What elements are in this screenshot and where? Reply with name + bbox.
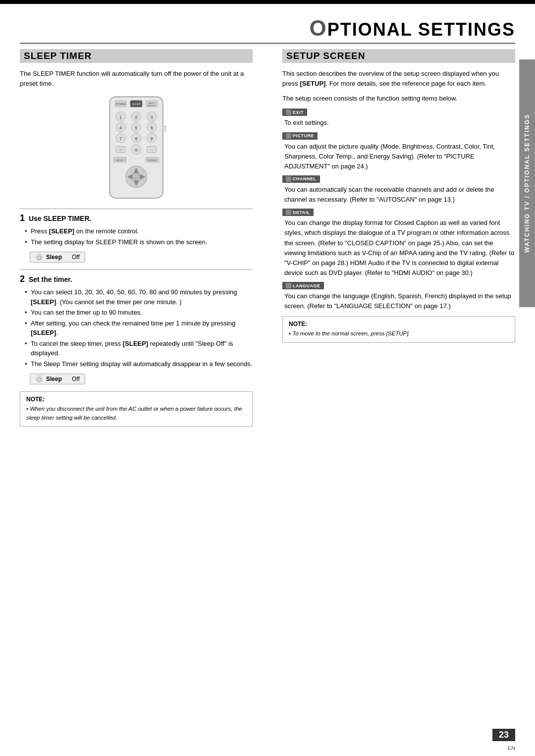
detail-badge: DETAIL xyxy=(282,209,314,216)
language-badge: LANGUAGE xyxy=(282,282,324,289)
setup-screen-note: NOTE: • To move to the normal screen, pr… xyxy=(282,316,515,342)
step-1-label: Use SLEEP TIMER. xyxy=(29,215,92,222)
svg-text:POWER: POWER xyxy=(116,103,126,106)
remote-image-container: POWER SLEEP INPUT SELECT 1 2 3 4 5 xyxy=(20,94,253,201)
svg-text:5: 5 xyxy=(135,125,138,130)
page-title: OPTIONAL SETTINGS xyxy=(309,19,515,40)
menu-item-channel: CHANNEL You can automatically scan the r… xyxy=(282,175,515,205)
svg-text:SCREEN: SCREEN xyxy=(148,159,157,162)
svg-point-38 xyxy=(132,172,140,181)
exit-description: To exit settings. xyxy=(282,118,515,128)
svg-text:SETUP: SETUP xyxy=(116,159,123,162)
detail-icon xyxy=(286,210,291,215)
sleep-badge-container: ◌ Sleep Off xyxy=(25,250,253,265)
sleep-display-badge: ◌ Sleep Off xyxy=(30,252,85,263)
exit-badge: EXIT xyxy=(282,108,307,116)
title-first-letter: O xyxy=(309,16,327,40)
setup-note-title: NOTE: xyxy=(289,321,509,327)
title-rest: PTIONAL SETTINGS xyxy=(327,19,515,40)
step-1-bullets: Press [SLEEP] on the remote control. The… xyxy=(20,226,253,247)
sleep-badge-text: Sleep xyxy=(46,254,62,261)
list-item: The setting display for SLEEP TIMER is s… xyxy=(25,237,253,247)
sleep-icon: ◌ xyxy=(35,253,43,261)
menu-item-language: LANGUAGE You can change the language (En… xyxy=(282,282,515,311)
channel-description: You can automatically scan the receivabl… xyxy=(282,185,515,205)
page-lang: EN xyxy=(508,745,515,751)
picture-icon xyxy=(286,133,291,139)
svg-text:8: 8 xyxy=(135,136,138,141)
page-number: 23 xyxy=(492,729,515,741)
menu-item-detail: DETAIL You can change the display format… xyxy=(282,209,515,278)
svg-text:1: 1 xyxy=(119,115,122,120)
step-2-number: 2 xyxy=(20,274,25,284)
svg-text:···: ··· xyxy=(150,148,153,152)
list-item: To cancel the sleep timer, press [SLEEP]… xyxy=(25,339,253,358)
svg-text:6: 6 xyxy=(151,125,153,130)
svg-text:4: 4 xyxy=(119,125,122,130)
channel-badge: CHANNEL xyxy=(282,175,320,183)
svg-text:0: 0 xyxy=(135,148,138,153)
svg-text:2: 2 xyxy=(135,115,138,120)
language-icon xyxy=(286,283,291,288)
sleep-icon-2: ◌ xyxy=(35,375,43,383)
header-underline xyxy=(20,43,515,44)
exit-icon xyxy=(286,109,291,115)
remote-control-image: POWER SLEEP INPUT SELECT 1 2 3 4 5 xyxy=(102,94,171,201)
page-number-bar: 23 xyxy=(492,729,515,741)
picture-badge: PICTURE xyxy=(282,132,318,140)
content-area: SLEEP TIMER The SLEEP TIMER function wil… xyxy=(0,49,535,427)
svg-text:9: 9 xyxy=(151,136,153,141)
page-container: OPTIONAL SETTINGS SLEEP TIMER The SLEEP … xyxy=(0,0,535,756)
list-item: You can set the timer up to 90 minutes. xyxy=(25,308,253,318)
svg-text:3: 3 xyxy=(151,115,153,120)
sleep-timer-note: NOTE: • When you disconnect the unit fro… xyxy=(20,391,253,427)
sleep-timer-note-title: NOTE: xyxy=(26,396,246,403)
list-item: After setting, you can check the remaine… xyxy=(25,319,253,338)
page-title-container: OPTIONAL SETTINGS xyxy=(20,9,515,41)
language-description: You can change the language (English, Sp… xyxy=(282,291,515,311)
svg-text:AUDIO: AUDIO xyxy=(164,125,166,132)
list-item: Press [SLEEP] on the remote control. xyxy=(25,226,253,236)
step-1-number: 1 xyxy=(20,213,25,223)
sleep-badge-container-2: ◌ Sleep Off xyxy=(25,372,253,386)
setup-screen-title: SETUP SCREEN xyxy=(286,51,365,61)
step-2-bullets: You can select 10, 20, 30, 40, 50, 60, 7… xyxy=(20,287,253,369)
picture-description: You can adjust the picture quality (Mode… xyxy=(282,142,515,171)
sleep-badge-text-2: Sleep xyxy=(46,376,62,382)
page-header: OPTIONAL SETTINGS xyxy=(0,0,535,44)
step-2: 2 Set the timer. You can select 10, 20, … xyxy=(20,270,253,386)
setup-screen-section-header: SETUP SCREEN xyxy=(282,49,515,63)
sidebar-label-text: WATCHING TV / OPTIONAL SETTINGS xyxy=(524,114,531,253)
channel-icon xyxy=(286,176,291,182)
step-1-title: 1 Use SLEEP TIMER. xyxy=(20,213,253,223)
svg-text:7: 7 xyxy=(119,136,122,141)
left-column: SLEEP TIMER The SLEEP TIMER function wil… xyxy=(20,49,260,427)
sleep-badge-value-2: Off xyxy=(72,376,80,382)
sleep-timer-section-header: SLEEP TIMER xyxy=(20,49,253,63)
step-2-label: Set the timer. xyxy=(29,275,72,283)
svg-text:SELECT: SELECT xyxy=(148,105,156,107)
step-2-title: 2 Set the timer. xyxy=(20,274,253,284)
sidebar-label: WATCHING TV / OPTIONAL SETTINGS xyxy=(519,59,535,307)
sleep-badge-value: Off xyxy=(72,254,80,261)
step-1: 1 Use SLEEP TIMER. Press [SLEEP] on the … xyxy=(20,209,253,265)
list-item: The Sleep Timer setting display will aut… xyxy=(25,359,253,369)
sleep-timer-intro: The SLEEP TIMER function will automatica… xyxy=(20,69,253,88)
svg-text:–: – xyxy=(119,147,122,152)
list-item: You can select 10, 20, 30, 40, 50, 60, 7… xyxy=(25,287,253,307)
menu-item-exit: EXIT To exit settings. xyxy=(282,108,515,128)
menu-item-picture: PICTURE You can adjust the picture quali… xyxy=(282,132,515,171)
svg-text:SLEEP: SLEEP xyxy=(132,103,141,106)
sleep-display-badge-2: ◌ Sleep Off xyxy=(30,374,85,384)
setup-intro-1: This section describes the overview of t… xyxy=(282,69,515,89)
setup-intro-2: The setup screen consists of the functio… xyxy=(282,94,515,104)
right-column: SETUP SCREEN This section describes the … xyxy=(275,49,515,427)
sleep-timer-title: SLEEP TIMER xyxy=(24,51,92,61)
setup-note-text: • To move to the normal screen, press [S… xyxy=(289,329,509,338)
detail-description: You can change the display format for Cl… xyxy=(282,218,515,278)
sleep-timer-note-text: • When you disconnect the unit from the … xyxy=(26,405,246,422)
